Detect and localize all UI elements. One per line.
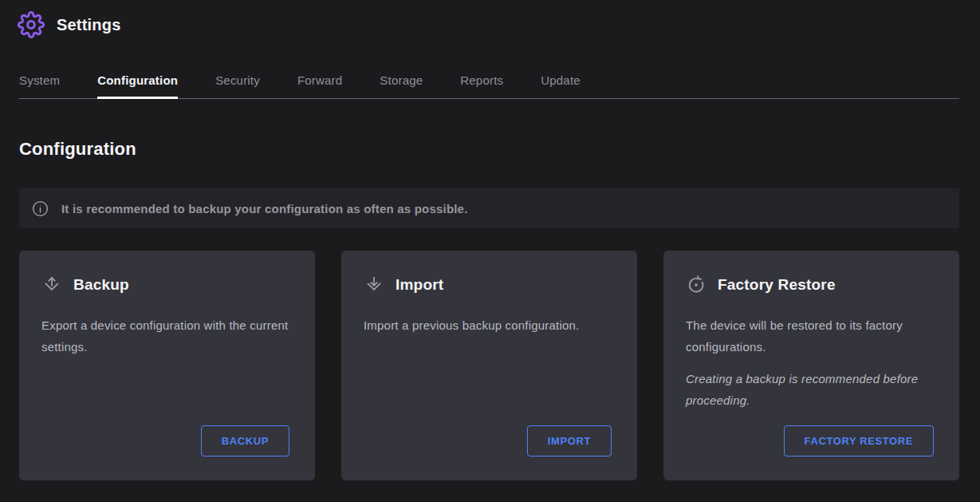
backup-export-icon [41, 275, 62, 295]
info-banner-text: It is recommended to backup your configu… [61, 202, 468, 215]
page-title: Settings [57, 16, 121, 34]
card-grid: Backup Export a device configuration wit… [19, 251, 959, 480]
tab-system[interactable]: System [19, 73, 60, 98]
card-factory-restore-title: Factory Restore [718, 276, 836, 294]
section-heading: Configuration [19, 139, 961, 160]
card-import-title: Import [396, 276, 443, 294]
card-backup-title: Backup [73, 276, 129, 294]
factory-restore-icon [686, 275, 706, 295]
card-backup-header: Backup [41, 275, 289, 295]
tab-reports[interactable]: Reports [460, 73, 503, 98]
settings-gear-icon [18, 11, 45, 38]
tab-bar: System Configuration Security Forward St… [19, 73, 959, 99]
factory-restore-button[interactable]: FACTORY RESTORE [784, 425, 934, 457]
card-factory-restore-description: The device will be restored to its facto… [686, 314, 934, 358]
card-factory-restore-note: Creating a backup is recommended before … [686, 368, 934, 411]
import-button[interactable]: IMPORT [527, 425, 612, 457]
backup-button[interactable]: BACKUP [201, 425, 289, 457]
card-factory-restore-header: Factory Restore [686, 275, 934, 295]
import-download-icon [364, 275, 384, 295]
card-factory-restore: Factory Restore The device will be resto… [663, 251, 959, 480]
card-import-description: Import a previous backup configuration. [364, 314, 612, 336]
card-backup: Backup Export a device configuration wit… [19, 251, 315, 480]
page-header: Settings [0, 0, 980, 38]
card-import: Import Import a previous backup configur… [341, 251, 637, 480]
tab-storage[interactable]: Storage [380, 73, 423, 98]
card-import-header: Import [364, 275, 612, 295]
info-banner: It is recommended to backup your configu… [19, 188, 959, 228]
info-icon [31, 200, 49, 218]
tab-configuration[interactable]: Configuration [97, 73, 178, 98]
tab-update[interactable]: Update [541, 73, 581, 98]
card-backup-description: Export a device configuration with the c… [41, 314, 289, 358]
tab-forward[interactable]: Forward [297, 73, 342, 98]
tab-security[interactable]: Security [215, 73, 260, 98]
